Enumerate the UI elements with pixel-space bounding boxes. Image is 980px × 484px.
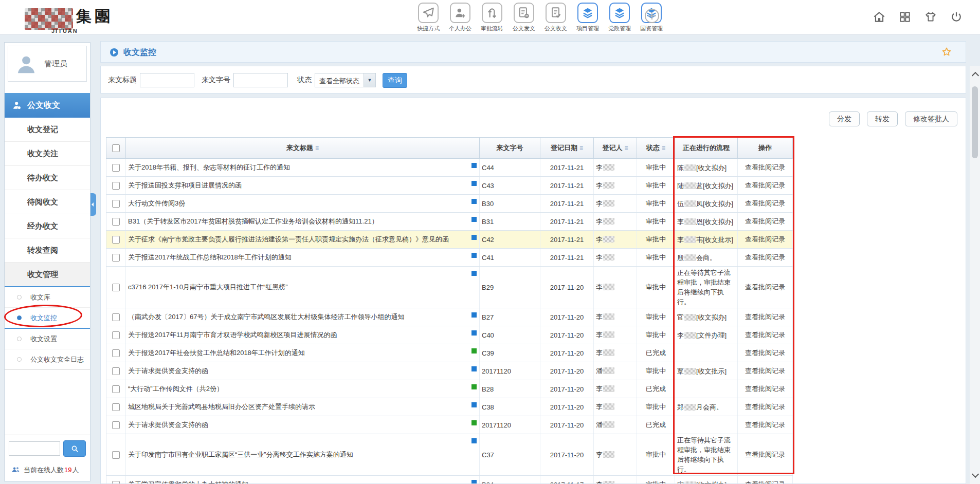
- sidebar-collapse-handle[interactable]: [90, 193, 96, 216]
- sidebar-subitem-收文库[interactable]: 收文库: [5, 287, 90, 308]
- row-checkbox[interactable]: [112, 164, 120, 172]
- apps-grid-icon[interactable]: [898, 10, 912, 24]
- document-title-cell[interactable]: 关于请求提供资金支持的函: [126, 362, 480, 380]
- sidebar-item-收文登记[interactable]: 收文登记: [5, 118, 90, 142]
- scroll-down-arrow[interactable]: [970, 469, 980, 483]
- view-approval-record-link[interactable]: 查看批阅记录: [745, 235, 785, 243]
- power-icon[interactable]: [949, 10, 964, 24]
- sidebar-item-收文管理[interactable]: 收文管理: [5, 263, 90, 287]
- document-title-cell[interactable]: 关于请求提供资金支持的函: [126, 416, 480, 434]
- row-checkbox[interactable]: [112, 481, 120, 484]
- row-checkbox[interactable]: [112, 254, 120, 262]
- row-checkbox[interactable]: [112, 331, 120, 339]
- sort-icon[interactable]: ≡: [662, 144, 665, 152]
- view-approval-record-link[interactable]: 查看批阅记录: [745, 421, 785, 429]
- row-checkbox[interactable]: [112, 403, 120, 411]
- registrant-cell: 李: [594, 249, 637, 267]
- column-header-状态[interactable]: 状态≡: [637, 138, 675, 159]
- row-checkbox[interactable]: [112, 349, 120, 357]
- action-button-转发[interactable]: 转发: [867, 111, 898, 126]
- sidebar-subitem-收文设置[interactable]: 收文设置: [5, 329, 90, 349]
- sidebar-subitem-公文收文安全日志[interactable]: 公文收文安全日志: [5, 349, 90, 370]
- register-date-cell: 2017-11-20: [540, 326, 594, 344]
- add-module-button[interactable]: [645, 9, 659, 23]
- sort-icon[interactable]: ≡: [579, 144, 583, 152]
- row-checkbox[interactable]: [112, 313, 120, 321]
- view-approval-record-link[interactable]: 查看批阅记录: [745, 313, 785, 321]
- row-checkbox[interactable]: [112, 421, 120, 429]
- sidebar-item-待阅收文[interactable]: 待阅收文: [5, 190, 90, 214]
- nav-module-快捷方式[interactable]: 快捷方式: [416, 3, 440, 32]
- row-checkbox[interactable]: [112, 451, 120, 459]
- sidebar-item-收文关注[interactable]: 收文关注: [5, 142, 90, 166]
- view-approval-record-link[interactable]: 查看批阅记录: [745, 480, 785, 484]
- document-title-cell[interactable]: “大行动”工作传阅文件（共2份）: [126, 380, 480, 398]
- view-approval-record-link[interactable]: 查看批阅记录: [745, 349, 785, 357]
- row-checkbox[interactable]: [112, 284, 120, 291]
- nav-module-项目管理[interactable]: 项目管理: [576, 3, 600, 32]
- sidebar-item-待办收文[interactable]: 待办收文: [5, 166, 90, 190]
- row-checkbox[interactable]: [112, 236, 120, 244]
- view-approval-record-link[interactable]: 查看批阅记录: [745, 403, 785, 411]
- document-title-cell[interactable]: 大行动文件传阅3份: [126, 195, 480, 213]
- nav-module-公文收文[interactable]: 公文收文: [544, 3, 568, 32]
- view-approval-record-link[interactable]: 查看批阅记录: [745, 181, 785, 189]
- favorite-star-icon[interactable]: [941, 46, 952, 58]
- sidebar-section-incoming-docs[interactable]: 公文收文: [5, 93, 90, 118]
- vertical-scrollbar[interactable]: [970, 66, 980, 484]
- sidebar-subitem-收文监控[interactable]: 收文监控: [5, 308, 90, 329]
- document-title-cell[interactable]: c3716 2017年1-10月南宁市重大项目推进工作“红黑榜”: [126, 267, 480, 308]
- sidebar-search-button[interactable]: [63, 440, 86, 457]
- view-approval-record-link[interactable]: 查看批阅记录: [745, 331, 785, 339]
- status-select-caret[interactable]: ▼: [364, 73, 376, 87]
- action-button-修改签批人[interactable]: 修改签批人: [905, 111, 957, 126]
- document-title-cell[interactable]: 关于报送固投支撑和项目进展情况的函: [126, 177, 480, 195]
- document-title-cell[interactable]: 关于印发南宁市国有企业职工家属区“三供一业”分离移交工作实施方案的通知: [126, 434, 480, 476]
- sidebar-item-经办收文[interactable]: 经办收文: [5, 214, 90, 238]
- scroll-up-arrow[interactable]: [970, 67, 980, 81]
- select-all-checkbox[interactable]: [112, 144, 120, 152]
- filter-number-input[interactable]: [233, 73, 288, 87]
- view-approval-record-link[interactable]: 查看批阅记录: [745, 199, 785, 207]
- theme-icon[interactable]: [923, 10, 938, 24]
- column-header-登记日期[interactable]: 登记日期≡: [540, 138, 594, 159]
- document-title-cell[interactable]: 关于学习宣传贯彻党的十九大精神的通知: [126, 476, 480, 484]
- status-select[interactable]: 查看全部状态: [315, 73, 364, 87]
- document-title-cell[interactable]: 关于报送2017年社会扶贫工作总结和2018年工作计划的通知: [126, 344, 480, 362]
- view-approval-record-link[interactable]: 查看批阅记录: [745, 253, 785, 261]
- home-icon[interactable]: [872, 10, 886, 24]
- nav-module-个人办公[interactable]: 个人办公: [448, 3, 472, 32]
- sidebar-item-转发查阅[interactable]: 转发查阅: [5, 238, 90, 263]
- view-approval-record-link[interactable]: 查看批阅记录: [745, 163, 785, 171]
- column-header-来文标题[interactable]: 来文标题≡: [126, 138, 480, 159]
- query-button[interactable]: 查询: [383, 73, 407, 88]
- column-header-登记人[interactable]: 登记人≡: [594, 138, 637, 159]
- row-checkbox[interactable]: [112, 385, 120, 393]
- filter-title-input[interactable]: [140, 73, 194, 87]
- view-approval-record-link[interactable]: 查看批阅记录: [745, 367, 785, 375]
- nav-module-公文发文[interactable]: 公文发文: [512, 3, 536, 32]
- row-checkbox[interactable]: [112, 367, 120, 375]
- scrollbar-thumb[interactable]: [972, 86, 978, 158]
- row-checkbox[interactable]: [112, 200, 120, 208]
- view-approval-record-link[interactable]: 查看批阅记录: [745, 217, 785, 225]
- action-button-分发[interactable]: 分发: [829, 111, 860, 126]
- sort-icon[interactable]: ≡: [624, 144, 628, 152]
- document-title-cell[interactable]: 关于征求《南宁市党政主要负责人履行推进法治建设第一责任人职责规定实施办法（征求意…: [126, 231, 480, 249]
- view-approval-record-link[interactable]: 查看批阅记录: [745, 385, 785, 393]
- document-title-cell[interactable]: 关于报送2017年统战工作总结和2018年工作计划的通知: [126, 249, 480, 267]
- document-title-cell[interactable]: 城区地税局关于完善武鸣县地税局旧办公区资产处置手续的请示: [126, 398, 480, 416]
- sort-icon[interactable]: ≡: [315, 144, 319, 152]
- sidebar-search-input[interactable]: [9, 441, 60, 456]
- view-approval-record-link[interactable]: 查看批阅记录: [745, 283, 785, 291]
- document-title-cell[interactable]: 关于报送2017年11月南宁市育才双语学校武鸣新校区项目进展情况的函: [126, 326, 480, 344]
- document-title-cell[interactable]: （南武办发〔2017〕67号）关于成立南宁市武鸣区发展壮大村级集体经济工作领导小…: [126, 308, 480, 326]
- document-title-cell[interactable]: 关于2018年书籍、报刊、杂志等材料的征订工作的通知: [126, 159, 480, 177]
- nav-module-党政管理[interactable]: 党政管理: [608, 3, 631, 32]
- nav-module-审批流转[interactable]: 审批流转: [480, 3, 504, 32]
- document-title-cell[interactable]: B31（关于转发区市2017年贫困村脱贫摘帽认定工作业务培训会议材料的通知11.…: [126, 213, 480, 231]
- row-checkbox[interactable]: [112, 218, 120, 226]
- sidebar-menu: 收文登记收文关注待办收文待阅收文经办收文转发查阅收文管理: [5, 118, 90, 287]
- view-approval-record-link[interactable]: 查看批阅记录: [745, 451, 785, 458]
- row-checkbox[interactable]: [112, 182, 120, 190]
